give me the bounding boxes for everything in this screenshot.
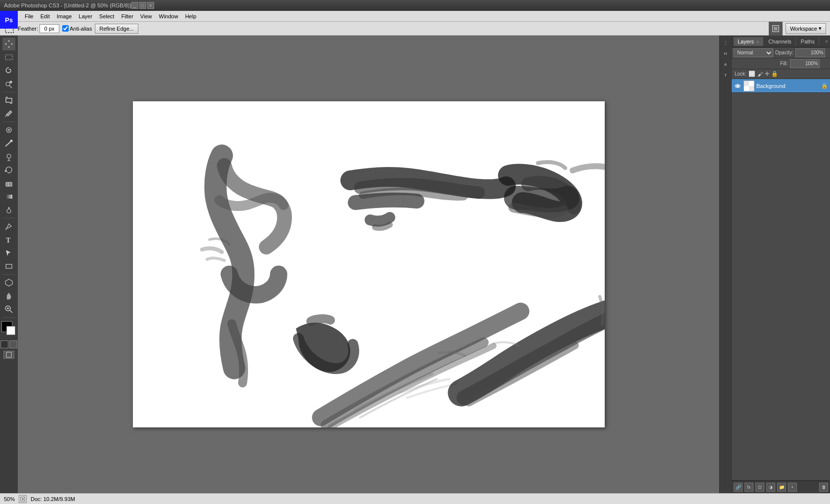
color-swatch-area[interactable] (1, 321, 16, 337)
tab-layers[interactable]: Layers × (734, 37, 763, 46)
create-group-button[interactable]: 📁 (777, 483, 786, 492)
tool-path-select[interactable] (2, 247, 15, 259)
tool-crop[interactable] (2, 94, 15, 107)
tool-eyedropper[interactable] (2, 107, 15, 120)
window-controls[interactable]: _ □ × (131, 2, 154, 9)
tool-lasso[interactable] (2, 64, 15, 77)
svg-rect-27 (6, 352, 11, 357)
tool-quick-select[interactable] (2, 78, 15, 90)
svg-point-17 (7, 209, 11, 213)
maximize-button[interactable]: □ (139, 2, 146, 9)
tool-zoom[interactable] (2, 303, 15, 316)
feather-input[interactable] (40, 24, 59, 33)
tool-clone-stamp[interactable] (2, 150, 15, 163)
toolbar-separator-1 (2, 92, 15, 92)
tool-shape[interactable] (2, 260, 15, 273)
menu-edit[interactable]: Edit (38, 12, 53, 20)
lock-all[interactable]: 🔒 (771, 71, 778, 77)
tool-eraser[interactable] (2, 177, 15, 190)
tool-spot-heal[interactable] (2, 124, 15, 136)
menu-layer[interactable]: Layer (76, 12, 95, 20)
ps-logo: Ps (0, 11, 18, 29)
lock-transparent-pixels[interactable]: ⬜ (748, 71, 755, 77)
layer-row-background[interactable]: Background 🔒 (732, 79, 830, 93)
lock-image-pixels[interactable]: 🖌 (757, 71, 763, 77)
svg-rect-2 (774, 27, 778, 30)
tool-gradient[interactable] (2, 190, 15, 203)
left-toolbar: T (0, 36, 18, 493)
standard-mode-button[interactable] (0, 340, 8, 348)
menu-filter[interactable]: Filter (118, 12, 136, 20)
tool-rectangular-marquee[interactable] (2, 51, 15, 64)
menu-image[interactable]: Image (54, 12, 75, 20)
tool-dodge[interactable] (2, 204, 15, 216)
layer-thumbnail (744, 81, 754, 91)
add-style-button[interactable]: fx (745, 483, 753, 492)
layer-visibility-eye[interactable] (734, 82, 742, 90)
add-mask-button[interactable]: ⊡ (755, 483, 764, 492)
menu-view[interactable]: View (137, 12, 155, 20)
add-adjustment-button[interactable]: ◑ (766, 483, 775, 492)
layer-lock-icon: 🔒 (821, 83, 828, 89)
panel-toggle-button[interactable]: ⋮ (721, 38, 731, 47)
antialiased-option[interactable]: Anti-alias (62, 25, 92, 32)
feather-label: Feather: (18, 26, 38, 32)
tool-history-brush[interactable] (2, 164, 15, 176)
fill-input[interactable] (790, 59, 820, 68)
svg-rect-32 (749, 86, 754, 91)
svg-line-19 (5, 229, 6, 230)
feather-option: Feather: (18, 24, 59, 33)
svg-rect-14 (6, 182, 12, 186)
opacity-input[interactable] (795, 48, 825, 57)
view-mode-button[interactable] (19, 495, 27, 503)
create-layer-button[interactable]: + (788, 483, 797, 492)
menu-window[interactable]: Window (156, 12, 181, 20)
menu-select[interactable]: Select (96, 12, 118, 20)
right-panels: Layers × Channels Paths » Normal Multipl… (731, 36, 830, 493)
workspace-dropdown-arrow: ▾ (819, 25, 822, 32)
opacity-label: Opacity: (775, 50, 793, 55)
panel-actions-button[interactable]: A (721, 59, 731, 69)
svg-line-6 (9, 85, 12, 88)
document-canvas (133, 101, 605, 427)
toolbar-separator-5 (2, 317, 15, 318)
tool-hand[interactable] (2, 290, 15, 302)
panel-tool-presets-button[interactable]: T (721, 70, 731, 80)
delete-layer-button[interactable]: 🗑 (819, 483, 828, 492)
refine-edge-button[interactable]: Refine Edge... (95, 24, 138, 34)
layers-panel-bottom: 🔗 fx ⊡ ◑ 📁 + 🗑 (732, 480, 830, 493)
zoom-display: 50% (4, 496, 15, 502)
tool-3d[interactable] (2, 276, 15, 289)
background-color[interactable] (6, 326, 15, 335)
tool-brush[interactable] (2, 137, 15, 150)
screen-mode-button[interactable] (3, 351, 14, 359)
doc-info: Doc: 10.2M/9.93M (31, 496, 75, 502)
antialiased-checkbox[interactable] (62, 25, 69, 32)
menu-help[interactable]: Help (182, 12, 200, 20)
tool-pen[interactable] (2, 220, 15, 233)
tool-text[interactable]: T (2, 233, 15, 246)
lock-position[interactable]: ✛ (765, 71, 769, 77)
toolbar-separator-3 (2, 218, 15, 218)
panel-history-button[interactable]: H (721, 48, 731, 58)
tab-layers-close[interactable]: × (756, 40, 759, 44)
close-button[interactable]: × (147, 2, 154, 9)
workspace-button[interactable]: Workspace ▾ (786, 23, 826, 34)
minimize-button[interactable]: _ (131, 2, 138, 9)
layers-fill-options: Fill: (732, 58, 830, 69)
quickmask-mode-button[interactable] (9, 340, 17, 348)
lock-label: Lock: (735, 71, 747, 77)
blend-mode-select[interactable]: Normal Multiply Screen Overlay (734, 48, 773, 57)
svg-rect-16 (5, 195, 12, 199)
menu-file[interactable]: File (22, 12, 37, 20)
tab-channels[interactable]: Channels (764, 37, 795, 46)
panel-collapse-button[interactable]: » (825, 39, 828, 44)
main-layout: T (0, 36, 830, 493)
svg-marker-22 (5, 279, 12, 286)
layer-name: Background (756, 83, 819, 89)
tool-move[interactable] (2, 38, 15, 50)
svg-point-29 (737, 85, 739, 87)
link-layers-button[interactable]: 🔗 (734, 483, 743, 492)
tab-paths[interactable]: Paths (797, 37, 819, 46)
canvas-preset-icon[interactable] (769, 22, 783, 36)
